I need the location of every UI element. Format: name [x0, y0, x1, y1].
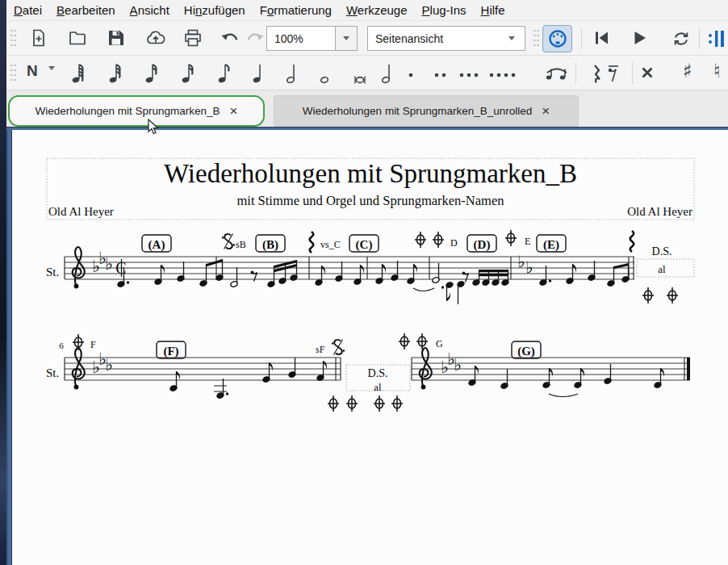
note-quarter-button[interactable] [248, 61, 270, 86]
chevron-down-icon [508, 36, 515, 40]
jump-text[interactable]: D.S. [652, 245, 672, 257]
note-whole-button[interactable] [316, 61, 338, 86]
score-lyricist[interactable]: Old Al Heyer [48, 205, 114, 218]
menu-bar: DateiBearbeitenAnsichtHinzufügenFormatie… [6, 0, 728, 20]
rehearsal-mark[interactable]: (C) [356, 238, 373, 252]
double-sharp-button[interactable] [641, 66, 654, 79]
score-title[interactable]: Wiederholungen mit Sprungmarken_B [164, 159, 577, 188]
rehearsal-mark[interactable]: (E) [543, 238, 559, 252]
key-signature-flat[interactable]: ♭ [105, 254, 113, 274]
open-file-button[interactable] [68, 28, 87, 48]
toolbar-separator [575, 62, 576, 84]
key-signature-flat[interactable]: ♭ [454, 355, 462, 375]
augmentation-dot [127, 281, 129, 283]
menu-formatierung[interactable]: Formatierung [253, 2, 339, 19]
natural-button[interactable]: ♮ [713, 60, 721, 82]
rehearsal-mark[interactable]: (B) [262, 238, 278, 252]
tie-button[interactable] [541, 64, 573, 85]
note-32nd-button[interactable] [140, 61, 163, 86]
score-tabs-bar: Wiederholungen mit Sprungmarken_B×Wieder… [6, 90, 728, 128]
score-view[interactable]: Wiederholungen mit Sprungmarken_Bmit Sti… [0, 127, 728, 565]
marker-label[interactable]: G [436, 338, 443, 349]
key-change-flat[interactable]: ♭ [517, 252, 525, 271]
marker-label[interactable]: sB [236, 239, 246, 250]
note-breve-button[interactable] [351, 61, 374, 86]
augmentation-dot-4-button[interactable] [487, 61, 525, 86]
toolbar-drag-handle[interactable] [10, 63, 17, 84]
new-score-button[interactable] [29, 28, 48, 48]
rest-button[interactable] [589, 62, 625, 86]
menu-hilfe[interactable]: Hilfe [474, 2, 513, 19]
note-input-button[interactable]: N [27, 62, 38, 80]
marker-label[interactable]: sF [316, 344, 325, 355]
cloud-upload-button[interactable] [145, 28, 166, 48]
segno-mark [233, 244, 236, 246]
rewind-button[interactable] [594, 31, 610, 45]
view-mode-select[interactable]: Seitenansicht [367, 26, 525, 51]
zoom-dropdown-button[interactable] [336, 26, 358, 51]
marker-label[interactable]: D [450, 237, 458, 249]
loop-playback-button[interactable] [672, 29, 691, 48]
chevron-down-icon [48, 66, 55, 84]
menu-ansicht[interactable]: Ansicht [123, 2, 177, 19]
rehearsal-mark[interactable]: (A) [149, 238, 165, 252]
score-tab-1[interactable]: Wiederholungen mit Sprungmarken_B_unroll… [274, 95, 579, 127]
score-subtitle[interactable]: mit Stimme und Orgel und Sprungmarken-Na… [236, 193, 504, 208]
metronome-count-in-button[interactable] [707, 29, 728, 48]
staff-label[interactable]: St. [46, 266, 59, 278]
augmentation-dot [226, 392, 228, 395]
note-128th-button[interactable] [67, 61, 90, 86]
toolbar-separator [632, 62, 633, 84]
marker-label[interactable]: F [90, 339, 96, 350]
measure-number[interactable]: 6 [59, 341, 64, 350]
main-toolbar: 100% Seitenansicht [6, 20, 728, 55]
rehearsal-mark[interactable]: (F) [163, 345, 178, 358]
undo-button[interactable] [219, 28, 241, 48]
redo-button[interactable] [242, 28, 265, 48]
note-input-dropdown[interactable] [48, 70, 55, 85]
marker-label[interactable]: vs_C [320, 239, 341, 250]
note-64th-button[interactable] [104, 61, 127, 86]
zoom-level-value: 100% [274, 32, 303, 45]
desktop-edge-strip [0, 0, 6, 565]
tab-close-icon[interactable]: × [542, 104, 550, 118]
staff-label[interactable]: St. [46, 366, 59, 379]
sharp-button[interactable]: ♯ [683, 60, 692, 82]
note-eighth-button[interactable] [213, 61, 236, 86]
key-signature-flat[interactable]: ♭ [105, 355, 113, 375]
midi-button[interactable] [542, 25, 572, 52]
jump-text[interactable]: al [374, 381, 382, 393]
menu-bearbeiten[interactable]: Bearbeiten [49, 2, 123, 19]
zoom-level-input[interactable]: 100% [266, 26, 336, 51]
toolbar-separator [699, 27, 700, 49]
score-tab-0[interactable]: Wiederholungen mit Sprungmarken_B× [8, 95, 265, 127]
menu-plugins[interactable]: Plug-Ins [415, 2, 474, 19]
midi-icon [547, 28, 568, 49]
marker-label[interactable]: E [525, 236, 530, 247]
tab-close-icon[interactable]: × [229, 104, 237, 118]
tab-label: Wiederholungen mit Sprungmarken_B_unroll… [303, 105, 532, 117]
view-mode-value: Seitenansicht [375, 32, 443, 45]
menu-hinzufgen[interactable]: Hinzufügen [177, 2, 253, 19]
toolbar-drag-handle[interactable] [10, 28, 17, 49]
rehearsal-mark[interactable]: (D) [474, 238, 491, 252]
segno-mark [332, 342, 334, 345]
final-barline [687, 358, 690, 380]
note-longa-button[interactable] [377, 61, 400, 86]
play-button[interactable] [634, 31, 646, 45]
playback-drag-handle[interactable] [533, 28, 540, 49]
beam [479, 274, 508, 276]
note-16th-button[interactable] [177, 61, 199, 86]
chevron-down-icon [343, 36, 349, 40]
key-change-flat[interactable]: ♭ [525, 257, 533, 277]
rehearsal-mark[interactable]: (G) [517, 345, 535, 358]
print-button[interactable] [183, 28, 203, 48]
tab-label: Wiederholungen mit Sprungmarken_B [36, 105, 220, 117]
menu-datei[interactable]: Datei [6, 2, 49, 19]
note-half-button[interactable] [282, 61, 304, 86]
score-composer[interactable]: Old Al Heyer [627, 205, 692, 218]
menu-werkzeuge[interactable]: Werkzeuge [339, 2, 415, 19]
jump-text[interactable]: al [658, 263, 666, 275]
jump-text[interactable]: D.S. [368, 367, 388, 379]
save-button[interactable] [107, 28, 126, 48]
